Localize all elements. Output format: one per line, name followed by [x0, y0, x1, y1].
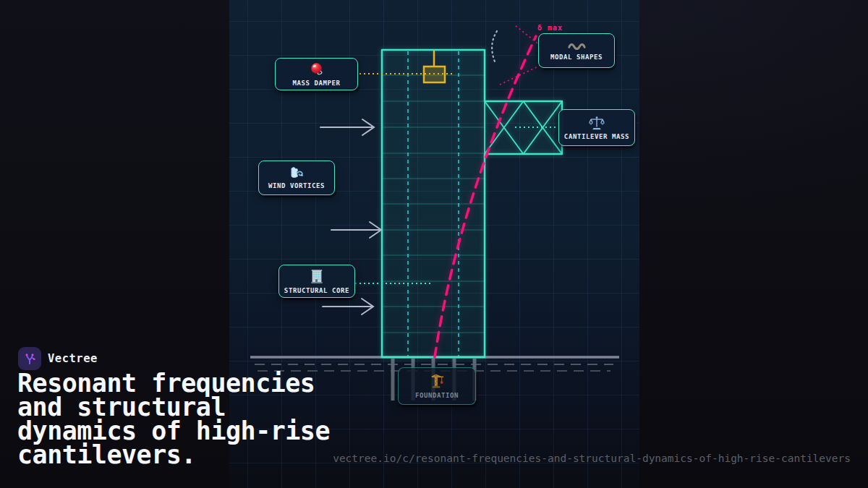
- label-box-wind-vortices: WIND VORTICES: [258, 160, 335, 195]
- label-text: MASS DAMPER: [292, 80, 340, 87]
- label-text: MODAL SHAPES: [550, 53, 603, 61]
- wavy-dash-icon: [566, 41, 587, 51]
- label-text: CANTILEVER MASS: [564, 133, 629, 140]
- label-box-modal-shapes: MODAL SHAPES: [538, 33, 615, 68]
- office-building-icon: [310, 269, 324, 284]
- vectree-branch-icon: [22, 351, 37, 366]
- label-box-cantilever-mass: CANTILEVER MASS: [558, 109, 635, 146]
- yo-yo-ball-icon: [310, 62, 324, 77]
- delta-max-annotation: δ max: [537, 24, 563, 32]
- vectree-logo: [18, 347, 41, 370]
- label-box-structural-core: STRUCTURAL CORE: [278, 265, 355, 298]
- label-text: STRUCTURAL CORE: [284, 287, 349, 294]
- label-text: WIND VORTICES: [268, 182, 325, 189]
- label-box-mass-damper: MASS DAMPER: [275, 58, 358, 90]
- label-box-foundation: FOUNDATION: [398, 367, 476, 405]
- construction-crane-icon: [429, 374, 446, 389]
- wind-face-icon: [289, 167, 305, 179]
- label-text: FOUNDATION: [415, 392, 459, 399]
- page-url: vectree.io/c/resonant-frequencies-and-st…: [333, 453, 851, 464]
- brand-name: Vectree: [48, 352, 98, 365]
- balance-scale-icon: [588, 116, 605, 130]
